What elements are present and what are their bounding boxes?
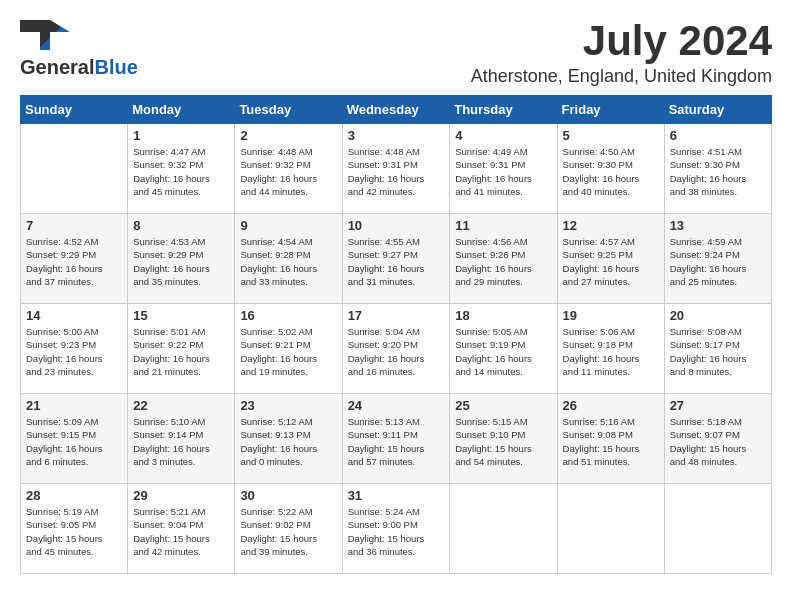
day-info: Sunrise: 4:57 AM Sunset: 9:25 PM Dayligh… — [563, 235, 659, 288]
day-number: 20 — [670, 308, 766, 323]
day-number: 28 — [26, 488, 122, 503]
day-number: 4 — [455, 128, 551, 143]
calendar-cell — [450, 484, 557, 574]
day-info: Sunrise: 4:54 AM Sunset: 9:28 PM Dayligh… — [240, 235, 336, 288]
day-info: Sunrise: 4:51 AM Sunset: 9:30 PM Dayligh… — [670, 145, 766, 198]
day-number: 1 — [133, 128, 229, 143]
day-info: Sunrise: 4:52 AM Sunset: 9:29 PM Dayligh… — [26, 235, 122, 288]
day-number: 14 — [26, 308, 122, 323]
header: General GeneralBlue July 2024 Atherstone… — [20, 20, 772, 87]
calendar-cell: 25Sunrise: 5:15 AM Sunset: 9:10 PM Dayli… — [450, 394, 557, 484]
day-info: Sunrise: 4:49 AM Sunset: 9:31 PM Dayligh… — [455, 145, 551, 198]
day-info: Sunrise: 4:56 AM Sunset: 9:26 PM Dayligh… — [455, 235, 551, 288]
day-info: Sunrise: 5:16 AM Sunset: 9:08 PM Dayligh… — [563, 415, 659, 468]
calendar-cell: 2Sunrise: 4:48 AM Sunset: 9:32 PM Daylig… — [235, 124, 342, 214]
weekday-header-tuesday: Tuesday — [235, 96, 342, 124]
calendar-cell: 10Sunrise: 4:55 AM Sunset: 9:27 PM Dayli… — [342, 214, 450, 304]
day-number: 2 — [240, 128, 336, 143]
weekday-header-row: SundayMondayTuesdayWednesdayThursdayFrid… — [21, 96, 772, 124]
weekday-header-sunday: Sunday — [21, 96, 128, 124]
weekday-header-saturday: Saturday — [664, 96, 771, 124]
day-number: 9 — [240, 218, 336, 233]
day-info: Sunrise: 5:24 AM Sunset: 9:00 PM Dayligh… — [348, 505, 445, 558]
calendar-cell: 22Sunrise: 5:10 AM Sunset: 9:14 PM Dayli… — [128, 394, 235, 484]
weekday-header-thursday: Thursday — [450, 96, 557, 124]
location-title: Atherstone, England, United Kingdom — [471, 66, 772, 87]
calendar-cell: 13Sunrise: 4:59 AM Sunset: 9:24 PM Dayli… — [664, 214, 771, 304]
month-title: July 2024 — [471, 20, 772, 62]
day-info: Sunrise: 4:47 AM Sunset: 9:32 PM Dayligh… — [133, 145, 229, 198]
calendar-cell: 20Sunrise: 5:08 AM Sunset: 9:17 PM Dayli… — [664, 304, 771, 394]
day-info: Sunrise: 5:00 AM Sunset: 9:23 PM Dayligh… — [26, 325, 122, 378]
day-number: 8 — [133, 218, 229, 233]
calendar-cell: 18Sunrise: 5:05 AM Sunset: 9:19 PM Dayli… — [450, 304, 557, 394]
week-row-3: 14Sunrise: 5:00 AM Sunset: 9:23 PM Dayli… — [21, 304, 772, 394]
calendar-cell: 7Sunrise: 4:52 AM Sunset: 9:29 PM Daylig… — [21, 214, 128, 304]
calendar-cell — [664, 484, 771, 574]
day-info: Sunrise: 5:19 AM Sunset: 9:05 PM Dayligh… — [26, 505, 122, 558]
calendar-cell: 23Sunrise: 5:12 AM Sunset: 9:13 PM Dayli… — [235, 394, 342, 484]
calendar-cell: 16Sunrise: 5:02 AM Sunset: 9:21 PM Dayli… — [235, 304, 342, 394]
weekday-header-wednesday: Wednesday — [342, 96, 450, 124]
day-number: 22 — [133, 398, 229, 413]
day-info: Sunrise: 5:21 AM Sunset: 9:04 PM Dayligh… — [133, 505, 229, 558]
week-row-1: 1Sunrise: 4:47 AM Sunset: 9:32 PM Daylig… — [21, 124, 772, 214]
calendar-cell: 8Sunrise: 4:53 AM Sunset: 9:29 PM Daylig… — [128, 214, 235, 304]
day-number: 5 — [563, 128, 659, 143]
calendar-cell: 4Sunrise: 4:49 AM Sunset: 9:31 PM Daylig… — [450, 124, 557, 214]
day-number: 30 — [240, 488, 336, 503]
day-info: Sunrise: 5:15 AM Sunset: 9:10 PM Dayligh… — [455, 415, 551, 468]
calendar-cell: 11Sunrise: 4:56 AM Sunset: 9:26 PM Dayli… — [450, 214, 557, 304]
calendar-cell — [557, 484, 664, 574]
calendar-table: SundayMondayTuesdayWednesdayThursdayFrid… — [20, 95, 772, 574]
day-number: 12 — [563, 218, 659, 233]
day-info: Sunrise: 5:13 AM Sunset: 9:11 PM Dayligh… — [348, 415, 445, 468]
logo: General GeneralBlue — [20, 20, 138, 79]
calendar-cell: 19Sunrise: 5:06 AM Sunset: 9:18 PM Dayli… — [557, 304, 664, 394]
day-info: Sunrise: 4:50 AM Sunset: 9:30 PM Dayligh… — [563, 145, 659, 198]
day-number: 13 — [670, 218, 766, 233]
calendar-cell: 28Sunrise: 5:19 AM Sunset: 9:05 PM Dayli… — [21, 484, 128, 574]
calendar-cell: 1Sunrise: 4:47 AM Sunset: 9:32 PM Daylig… — [128, 124, 235, 214]
day-number: 26 — [563, 398, 659, 413]
calendar-cell: 21Sunrise: 5:09 AM Sunset: 9:15 PM Dayli… — [21, 394, 128, 484]
day-number: 18 — [455, 308, 551, 323]
day-info: Sunrise: 5:05 AM Sunset: 9:19 PM Dayligh… — [455, 325, 551, 378]
weekday-header-monday: Monday — [128, 96, 235, 124]
calendar-cell: 29Sunrise: 5:21 AM Sunset: 9:04 PM Dayli… — [128, 484, 235, 574]
day-number: 24 — [348, 398, 445, 413]
calendar-cell: 30Sunrise: 5:22 AM Sunset: 9:02 PM Dayli… — [235, 484, 342, 574]
day-number: 27 — [670, 398, 766, 413]
day-number: 15 — [133, 308, 229, 323]
day-info: Sunrise: 5:18 AM Sunset: 9:07 PM Dayligh… — [670, 415, 766, 468]
calendar-cell: 24Sunrise: 5:13 AM Sunset: 9:11 PM Dayli… — [342, 394, 450, 484]
day-info: Sunrise: 4:55 AM Sunset: 9:27 PM Dayligh… — [348, 235, 445, 288]
day-info: Sunrise: 5:08 AM Sunset: 9:17 PM Dayligh… — [670, 325, 766, 378]
week-row-5: 28Sunrise: 5:19 AM Sunset: 9:05 PM Dayli… — [21, 484, 772, 574]
day-info: Sunrise: 5:12 AM Sunset: 9:13 PM Dayligh… — [240, 415, 336, 468]
day-info: Sunrise: 5:01 AM Sunset: 9:22 PM Dayligh… — [133, 325, 229, 378]
day-number: 19 — [563, 308, 659, 323]
day-info: Sunrise: 5:04 AM Sunset: 9:20 PM Dayligh… — [348, 325, 445, 378]
day-number: 29 — [133, 488, 229, 503]
day-number: 31 — [348, 488, 445, 503]
calendar-cell: 17Sunrise: 5:04 AM Sunset: 9:20 PM Dayli… — [342, 304, 450, 394]
week-row-2: 7Sunrise: 4:52 AM Sunset: 9:29 PM Daylig… — [21, 214, 772, 304]
day-number: 3 — [348, 128, 445, 143]
calendar-cell: 15Sunrise: 5:01 AM Sunset: 9:22 PM Dayli… — [128, 304, 235, 394]
day-number: 17 — [348, 308, 445, 323]
day-info: Sunrise: 4:48 AM Sunset: 9:32 PM Dayligh… — [240, 145, 336, 198]
day-info: Sunrise: 5:06 AM Sunset: 9:18 PM Dayligh… — [563, 325, 659, 378]
day-number: 7 — [26, 218, 122, 233]
weekday-header-friday: Friday — [557, 96, 664, 124]
calendar-cell: 6Sunrise: 4:51 AM Sunset: 9:30 PM Daylig… — [664, 124, 771, 214]
day-info: Sunrise: 4:59 AM Sunset: 9:24 PM Dayligh… — [670, 235, 766, 288]
title-area: July 2024 Atherstone, England, United Ki… — [471, 20, 772, 87]
calendar-cell: 9Sunrise: 4:54 AM Sunset: 9:28 PM Daylig… — [235, 214, 342, 304]
calendar-cell: 3Sunrise: 4:48 AM Sunset: 9:31 PM Daylig… — [342, 124, 450, 214]
day-number: 16 — [240, 308, 336, 323]
calendar-cell: 12Sunrise: 4:57 AM Sunset: 9:25 PM Dayli… — [557, 214, 664, 304]
logo-blue: Blue — [94, 56, 137, 79]
calendar-cell: 26Sunrise: 5:16 AM Sunset: 9:08 PM Dayli… — [557, 394, 664, 484]
day-number: 23 — [240, 398, 336, 413]
